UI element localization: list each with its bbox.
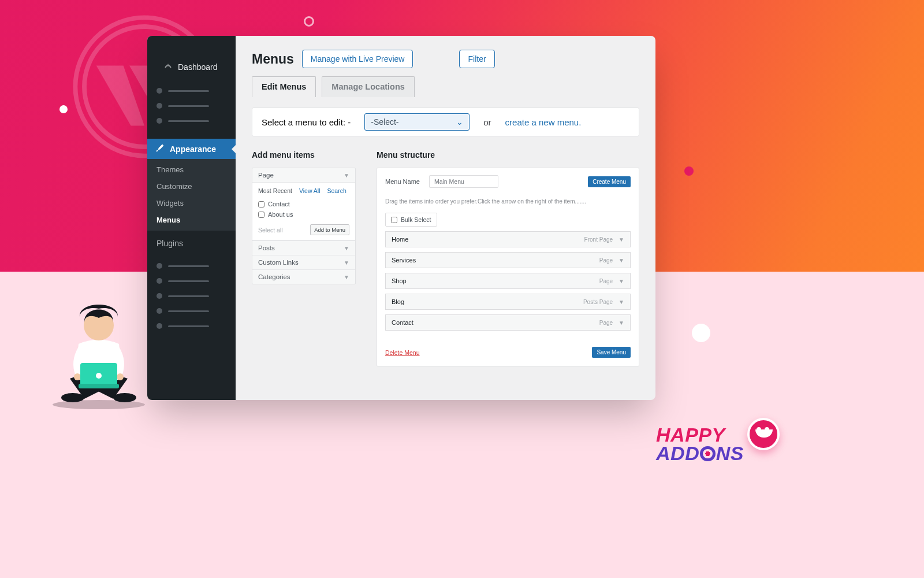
menu-item-label: Home: [392, 236, 408, 243]
chevron-down-icon[interactable]: ▼: [619, 320, 624, 326]
decoration-ring: [304, 16, 314, 27]
sidebar-item-widgets[interactable]: Widgets: [147, 195, 236, 212]
group-label: Posts: [258, 244, 275, 251]
appearance-submenu: Themes Customize Widgets Menus: [147, 159, 236, 231]
menu-item-type: Front Page: [584, 236, 613, 243]
menu-item-label: Services: [392, 257, 416, 264]
menu-item[interactable]: Shop Page▼: [385, 273, 631, 289]
sidebar-item-menus[interactable]: Menus: [147, 212, 236, 228]
tab-edit-menus[interactable]: Edit Menus: [252, 76, 316, 97]
checkbox[interactable]: [258, 201, 264, 208]
select-label: Select a menu to edit: -: [262, 117, 351, 127]
chevron-down-icon: ▼: [344, 274, 349, 280]
save-menu-button[interactable]: Save Menu: [592, 347, 631, 358]
filter-button[interactable]: Filter: [459, 50, 494, 68]
page-title: Menus: [252, 51, 294, 67]
appearance-label: Appearance: [170, 144, 216, 154]
sidebar-placeholder: [147, 303, 236, 318]
bulk-checkbox[interactable]: [391, 217, 397, 223]
menu-item[interactable]: Home Front Page▼: [385, 231, 631, 247]
tab-most-recent[interactable]: Most Recent: [258, 187, 292, 194]
decoration-dot: [59, 105, 68, 113]
create-menu-link[interactable]: create a new menu.: [505, 117, 582, 127]
sidebar-item-themes[interactable]: Themes: [147, 161, 236, 178]
chevron-down-icon: ▼: [344, 245, 349, 251]
checkbox[interactable]: [258, 212, 264, 218]
decoration-dot: [684, 166, 694, 176]
menu-structure-title: Menu structure: [377, 150, 639, 160]
sidebar-placeholder: [147, 273, 236, 288]
menu-item-type: Page: [599, 257, 613, 264]
tab-search[interactable]: Search: [327, 187, 346, 194]
chevron-down-icon[interactable]: ▼: [619, 236, 624, 243]
main-content: Menus Manage with Live Preview Filter Ed…: [236, 36, 655, 400]
admin-sidebar: Dashboard Appearance Themes Customize Wi…: [147, 36, 236, 400]
dashboard-icon: [163, 62, 173, 72]
group-custom-links[interactable]: Custom Links ▼: [252, 255, 355, 269]
letter-o-icon: [700, 446, 716, 462]
plugins-label: Plugins: [157, 239, 183, 248]
sidebar-placeholder: [147, 83, 236, 98]
sidebar-placeholder: [147, 113, 236, 128]
page-item-about[interactable]: About us: [252, 209, 355, 220]
svg-point-10: [96, 373, 102, 379]
page-item-label: About us: [268, 211, 293, 218]
chevron-down-icon: ▼: [344, 260, 349, 266]
sidebar-placeholder: [147, 288, 236, 303]
menu-item-type: Page: [599, 278, 613, 284]
chevron-down-icon: ⌄: [456, 117, 463, 127]
svg-rect-9: [79, 384, 119, 388]
page-header: Menus Manage with Live Preview Filter: [252, 50, 639, 68]
sidebar-item-appearance[interactable]: Appearance: [147, 139, 236, 159]
group-page-body: Most Recent View All Search Contact Abou…: [252, 182, 355, 240]
brush-icon: [155, 143, 165, 154]
add-items-column: Add menu items Page ▼ Most Recent View A…: [252, 150, 356, 366]
admin-window: Dashboard Appearance Themes Customize Wi…: [147, 36, 655, 400]
delete-menu-link[interactable]: Delete Menu: [385, 349, 420, 356]
create-menu-button[interactable]: Create Menu: [588, 176, 631, 187]
sidebar-placeholder: [147, 258, 236, 273]
chevron-down-icon[interactable]: ▼: [619, 299, 624, 305]
chevron-down-icon[interactable]: ▼: [619, 257, 624, 264]
menu-name-input[interactable]: [429, 175, 498, 188]
sidebar-placeholder: [147, 98, 236, 113]
menu-editor: Menu Name Create Menu Drag the items int…: [377, 168, 639, 366]
menu-select[interactable]: -Select- ⌄: [364, 113, 470, 131]
smiley-icon: [747, 418, 780, 450]
bulk-select[interactable]: Bulk Select: [385, 213, 437, 227]
select-all-link[interactable]: Select all: [258, 227, 283, 234]
sidebar-placeholder: [147, 318, 236, 334]
tab-view-all[interactable]: View All: [299, 187, 321, 194]
svg-point-3: [61, 393, 84, 402]
or-text: or: [483, 117, 491, 127]
add-to-menu-button[interactable]: Add to Menu: [310, 224, 349, 235]
sidebar-item-customize[interactable]: Customize: [147, 178, 236, 195]
menu-item[interactable]: Contact Page▼: [385, 314, 631, 331]
menu-item-type: Posts Page: [583, 299, 613, 305]
menu-select-bar: Select a menu to edit: - -Select- ⌄ or c…: [252, 108, 639, 136]
tab-manage-locations[interactable]: Manage Locations: [322, 76, 415, 97]
group-label: Custom Links: [258, 259, 299, 266]
menu-item-label: Shop: [392, 277, 407, 284]
menu-item[interactable]: Services Page▼: [385, 252, 631, 268]
brand-line2: ADDNS: [656, 444, 744, 462]
chevron-down-icon[interactable]: ▼: [619, 278, 624, 284]
decoration-dot: [692, 324, 710, 342]
menu-item[interactable]: Blog Posts Page▼: [385, 294, 631, 310]
chevron-down-icon: ▼: [344, 172, 349, 179]
add-items-panel: Page ▼ Most Recent View All Search Conta…: [252, 168, 356, 284]
page-item-contact[interactable]: Contact: [252, 199, 355, 209]
live-preview-button[interactable]: Manage with Live Preview: [302, 50, 413, 68]
page-item-label: Contact: [268, 201, 290, 208]
group-posts[interactable]: Posts ▼: [252, 240, 355, 255]
group-categories[interactable]: Categories ▼: [252, 269, 355, 284]
happyaddons-logo: HAPPY ADDNS: [656, 426, 780, 462]
menu-item-label: Blog: [392, 298, 404, 305]
add-items-title: Add menu items: [252, 150, 356, 160]
drag-hint: Drag the items into order you prefer.Cli…: [385, 198, 631, 205]
group-page[interactable]: Page ▼: [252, 168, 355, 182]
sidebar-item-dashboard[interactable]: Dashboard: [147, 49, 236, 83]
svg-point-6: [117, 373, 124, 380]
sidebar-item-plugins[interactable]: Plugins: [147, 234, 236, 253]
menu-tabs: Edit Menus Manage Locations: [252, 76, 639, 97]
